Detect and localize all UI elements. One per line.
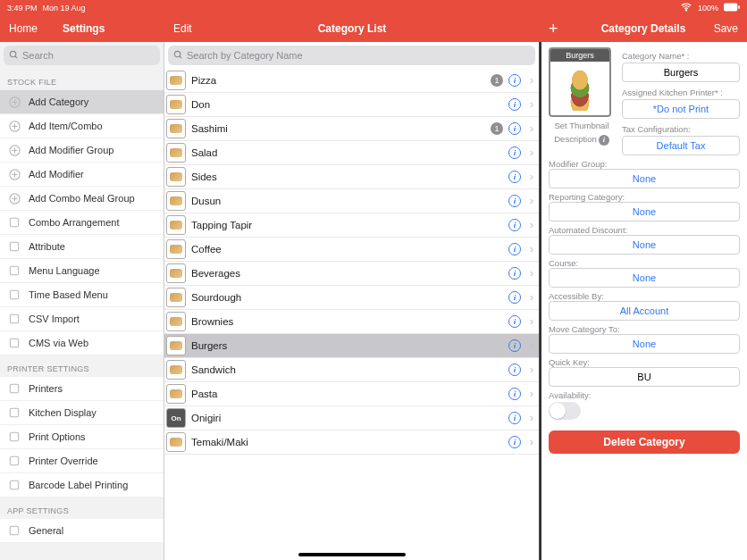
sidebar-item[interactable]: Time Based Menu (0, 283, 164, 307)
sidebar-item[interactable]: Add Category (0, 90, 164, 114)
category-thumb (166, 119, 186, 138)
sidebar-item-label: Add Modifier (29, 169, 84, 180)
category-row[interactable]: Burgersi› (164, 334, 539, 358)
accessible-by-select[interactable]: All Account (549, 301, 740, 321)
category-thumb (166, 143, 186, 163)
sidebar-item[interactable]: Add Modifier Group (0, 138, 164, 163)
category-row[interactable]: Beveragesi› (164, 262, 539, 286)
section-stock-file: STOCK FILE (0, 69, 164, 90)
sidebar-item[interactable]: Attribute (0, 235, 164, 259)
category-label: Sides (191, 171, 503, 182)
status-date: Mon 19 Aug (43, 4, 86, 13)
info-icon[interactable]: i (508, 146, 521, 159)
svg-rect-26 (10, 384, 18, 392)
sidebar-item[interactable]: Add Modifier (0, 163, 164, 187)
status-time: 3:49 PM (7, 4, 38, 13)
availability-toggle[interactable] (549, 402, 581, 420)
sidebar-item[interactable]: CMS via Web (0, 331, 164, 355)
category-row[interactable]: Sourdoughi› (164, 286, 539, 310)
edit-button[interactable]: Edit (173, 22, 192, 35)
sidebar-icon (7, 478, 21, 492)
category-row[interactable]: Browniesi› (164, 310, 539, 334)
category-row[interactable]: Dusuni› (164, 189, 539, 213)
sidebar-item[interactable]: Add Combo Meal Group (0, 187, 164, 211)
course-select[interactable]: None (549, 268, 740, 288)
category-label: Onigiri (191, 413, 503, 423)
category-row[interactable]: Sidesi› (164, 165, 539, 189)
sidebar-item[interactable]: Printer Override (0, 449, 164, 473)
category-row[interactable]: Coffeei› (164, 238, 539, 262)
info-icon[interactable]: i (508, 98, 521, 111)
info-icon[interactable]: i (508, 243, 521, 255)
category-row[interactable]: Doni› (164, 93, 539, 117)
sidebar-item-label: CSV Import (29, 313, 80, 324)
sidebar-item[interactable]: Add Item/Combo (0, 114, 164, 138)
info-icon[interactable]: i (508, 267, 521, 280)
set-thumbnail-button[interactable]: Set Thumbnail (549, 121, 615, 130)
svg-rect-24 (10, 314, 18, 322)
category-thumbnail[interactable]: Burgers (549, 47, 611, 117)
info-icon[interactable]: i (508, 315, 521, 328)
category-label: Sourdough (191, 292, 503, 303)
category-label: Salad (191, 147, 503, 158)
category-thumb (166, 239, 186, 259)
sidebar-item-label: CMS via Web (29, 338, 88, 348)
home-indicator (298, 553, 406, 556)
category-row[interactable]: Tapping Tapiri› (164, 213, 539, 238)
category-label: Don (191, 99, 503, 110)
svg-rect-1 (724, 3, 737, 11)
sidebar-search[interactable]: Search (4, 46, 160, 65)
category-row[interactable]: Pastai› (164, 382, 539, 406)
battery-percent: 100% (698, 4, 718, 13)
sidebar-item[interactable]: Combo Arrangement (0, 211, 164, 235)
category-row[interactable]: Sandwichi› (164, 358, 539, 382)
sidebar-item[interactable]: Barcode Label Printing (0, 473, 164, 497)
reporting-category-select[interactable]: None (549, 202, 740, 221)
chevron-right-icon: › (526, 291, 535, 304)
add-button[interactable]: + (549, 20, 558, 38)
info-icon[interactable]: i (508, 436, 521, 448)
chevron-right-icon: › (526, 412, 535, 424)
svg-rect-30 (10, 481, 18, 489)
description-button[interactable]: Descriptioni (549, 134, 615, 146)
sidebar-item[interactable]: General (0, 519, 164, 543)
info-icon[interactable]: i (508, 364, 521, 376)
automated-discount-select[interactable]: None (549, 235, 740, 255)
sidebar-item[interactable]: CSV Import (0, 307, 164, 331)
home-button[interactable]: Home (9, 22, 38, 35)
save-button[interactable]: Save (714, 22, 738, 35)
info-icon[interactable]: i (508, 291, 521, 304)
info-icon[interactable]: i (508, 122, 521, 135)
category-label: Sashimi (191, 123, 485, 134)
info-icon[interactable]: i (508, 195, 521, 207)
info-icon[interactable]: i (508, 412, 521, 424)
info-icon[interactable]: i (508, 339, 521, 352)
sidebar-item[interactable]: Menu Language (0, 259, 164, 283)
sidebar-icon (7, 405, 21, 420)
category-thumb (166, 432, 186, 452)
tax-select[interactable]: Default Tax (622, 136, 740, 155)
category-details-panel: Burgers Set Thumbnail Descriptioni Categ… (540, 42, 747, 560)
category-row[interactable]: OnOnigirii› (164, 406, 539, 430)
category-row[interactable]: Temaki/Makii› (164, 430, 539, 455)
info-icon[interactable]: i (508, 219, 521, 231)
info-icon[interactable]: i (508, 74, 521, 87)
move-category-select[interactable]: None (549, 334, 740, 354)
quickkey-input[interactable]: BU (549, 367, 740, 387)
modifier-group-select[interactable]: None (549, 169, 740, 188)
category-name-input[interactable]: Burgers (622, 63, 740, 82)
category-row[interactable]: Saladi› (164, 141, 539, 165)
chevron-right-icon: › (526, 436, 535, 448)
category-search[interactable]: Search by Category Name (168, 46, 535, 65)
sidebar-item[interactable]: Print Options (0, 425, 164, 449)
category-thumb (166, 288, 186, 307)
sidebar-item[interactable]: Kitchen Display (0, 401, 164, 425)
info-icon[interactable]: i (508, 388, 521, 400)
category-row[interactable]: Pizza1i› (164, 69, 539, 93)
settings-button[interactable]: Settings (63, 22, 105, 35)
printer-select[interactable]: *Do not Print (622, 99, 740, 119)
info-icon[interactable]: i (508, 171, 521, 183)
category-row[interactable]: Sashimi1i› (164, 117, 539, 141)
sidebar-item[interactable]: Printers (0, 377, 164, 401)
delete-category-button[interactable]: Delete Category (549, 430, 740, 454)
